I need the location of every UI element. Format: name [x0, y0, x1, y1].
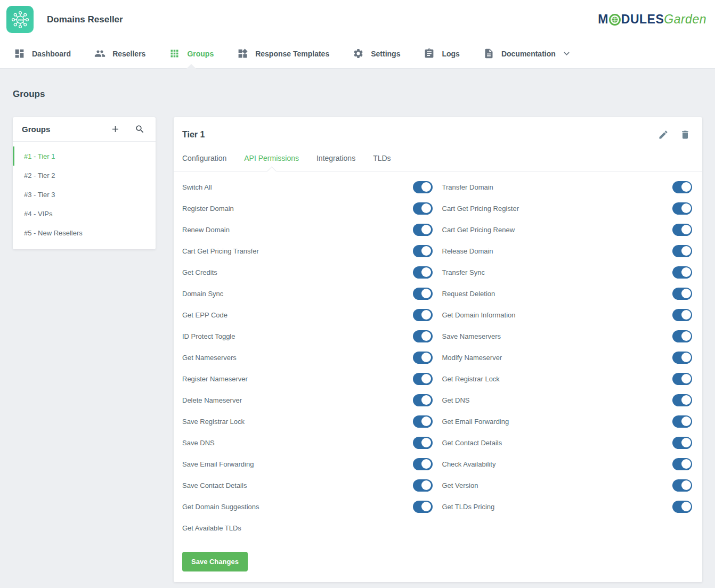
toggle-switch[interactable] [672, 373, 692, 385]
toggle-switch[interactable] [413, 245, 433, 257]
permission-label: Switch All [182, 183, 212, 191]
permission-row: Cart Get Pricing Renew [442, 219, 693, 240]
toggle-switch[interactable] [413, 373, 433, 385]
toggle-switch[interactable] [672, 181, 692, 193]
toggle-switch[interactable] [672, 458, 692, 470]
permission-label: Get EPP Code [182, 311, 228, 319]
permission-row: Release Domain [442, 240, 693, 262]
permission-row: Get Domain Suggestions [182, 496, 433, 517]
tab-integrations[interactable]: Integrations [316, 154, 355, 171]
delete-icon[interactable] [680, 129, 690, 140]
toggle-switch[interactable] [672, 415, 692, 428]
toggle-switch[interactable] [413, 501, 433, 513]
toggle-switch[interactable] [413, 181, 433, 193]
toggle-switch[interactable] [672, 202, 692, 215]
toggle-switch[interactable] [672, 330, 692, 342]
group-item-new-resellers[interactable]: #5 - New Resellers [13, 223, 156, 242]
svg-text:www: www [17, 18, 23, 21]
toggle-switch[interactable] [413, 458, 433, 470]
permission-label: Save Email Forwarding [182, 460, 254, 468]
permission-row: Save Contact Details [182, 475, 433, 496]
edit-icon[interactable] [658, 129, 669, 140]
permission-row: Get DNS [442, 389, 693, 411]
add-group-button[interactable] [110, 124, 120, 134]
permission-row: Get Version [442, 475, 693, 496]
groups-card-title: Groups [22, 125, 50, 134]
add-icon [110, 124, 120, 134]
nav-item-logs[interactable]: Logs [424, 39, 459, 68]
permission-label: Get Domain Information [442, 311, 516, 319]
tab-configuration[interactable]: Configuration [182, 154, 226, 171]
toggle-switch[interactable] [672, 394, 692, 406]
nav-label: Settings [371, 50, 400, 58]
permission-label: Get DNS [442, 396, 470, 404]
permission-row: Get TLDs Pricing [442, 496, 693, 517]
nav-label: Dashboard [32, 50, 71, 58]
toggle-switch[interactable] [672, 288, 692, 300]
group-item-tier-1[interactable]: #1 - Tier 1 [13, 146, 156, 166]
gear-icon [353, 48, 364, 59]
toggle-switch[interactable] [413, 224, 433, 236]
tab-api-permissions[interactable]: API Permissions [244, 154, 299, 171]
groups-list: #1 - Tier 1 #2 - Tier 2 #3 - Tier 3 #4 -… [13, 142, 156, 249]
nav-item-documentation[interactable]: Documentation [483, 39, 572, 68]
search-groups-button[interactable] [135, 124, 145, 134]
permission-label: Save Contact Details [182, 481, 247, 489]
permission-row: Save Nameservers [442, 325, 693, 347]
save-changes-button[interactable]: Save Changes [182, 552, 248, 571]
permissions-grid: Switch AllTransfer DomainRegister Domain… [174, 172, 702, 538]
page-title: Groups [13, 89, 702, 100]
toggle-switch[interactable] [672, 501, 692, 513]
permission-row: Get Domain Information [442, 304, 693, 325]
nav-label: Documentation [501, 50, 556, 58]
app-header: www Domains Reseller M DULES Garden [0, 0, 715, 39]
toggle-switch[interactable] [672, 266, 692, 279]
toggle-switch[interactable] [413, 394, 433, 406]
nav-item-settings[interactable]: Settings [353, 39, 400, 68]
toggle-switch[interactable] [672, 309, 692, 321]
tab-tlds[interactable]: TLDs [373, 154, 391, 171]
group-item-vips[interactable]: #4 - VIPs [13, 204, 156, 223]
toggle-switch[interactable] [413, 479, 433, 492]
toggle-switch[interactable] [413, 415, 433, 428]
toggle-switch[interactable] [413, 266, 433, 279]
toggle-switch[interactable] [672, 352, 692, 364]
permission-row: Get Contact Details [442, 432, 693, 453]
permission-label: Get Nameservers [182, 354, 237, 362]
permission-label: Register Nameserver [182, 375, 248, 383]
nav-item-groups[interactable]: Groups [169, 39, 214, 68]
permission-label: Renew Domain [182, 226, 230, 234]
nav-label: Groups [187, 50, 214, 58]
toggle-switch[interactable] [413, 330, 433, 342]
permission-label: Release Domain [442, 247, 493, 255]
toggle-switch[interactable] [672, 479, 692, 492]
globe-icon [609, 14, 621, 26]
permission-row: Transfer Domain [442, 176, 693, 198]
group-item-tier-2[interactable]: #2 - Tier 2 [13, 166, 156, 185]
permission-row: Cart Get Pricing Register [442, 198, 693, 219]
toggle-switch[interactable] [413, 437, 433, 449]
toggle-switch[interactable] [413, 352, 433, 364]
permission-row: ID Protect Toggle [182, 325, 433, 347]
toggle-switch[interactable] [413, 309, 433, 321]
permission-label: Transfer Domain [442, 183, 493, 191]
nav-label: Resellers [112, 50, 145, 58]
toggle-switch[interactable] [413, 202, 433, 215]
group-item-tier-3[interactable]: #3 - Tier 3 [13, 185, 156, 204]
page-app-title: Domains Reseller [47, 14, 123, 25]
permission-label: Get Email Forwarding [442, 418, 509, 426]
permission-row: Save Email Forwarding [182, 453, 433, 475]
permission-label: Save Registrar Lock [182, 418, 245, 426]
dashboard-icon [14, 48, 25, 59]
group-title: Tier 1 [182, 130, 205, 140]
permission-row: Get EPP Code [182, 304, 433, 325]
nav-item-response-templates[interactable]: Response Templates [237, 39, 329, 68]
nav-item-dashboard[interactable]: Dashboard [14, 39, 71, 68]
nav-item-resellers[interactable]: Resellers [94, 39, 145, 68]
document-icon [483, 48, 494, 59]
permission-row: Cart Get Pricing Transfer [182, 240, 433, 262]
toggle-switch[interactable] [672, 437, 692, 449]
toggle-switch[interactable] [413, 288, 433, 300]
toggle-switch[interactable] [672, 245, 692, 257]
toggle-switch[interactable] [672, 224, 692, 236]
